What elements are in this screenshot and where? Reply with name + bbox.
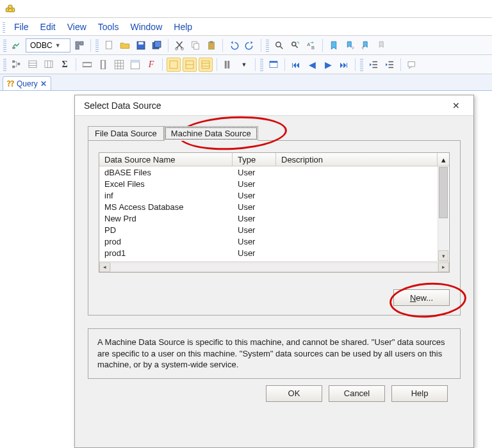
data-source-list[interactable]: Data Source Name Type Description ▴ dBAS… [99, 152, 450, 273]
menubar-grip [3, 21, 5, 33]
help-button[interactable]: Help [391, 385, 448, 402]
bookmark-toggle-icon[interactable] [327, 38, 341, 52]
cell-type: User [233, 191, 276, 200]
bookmark-clear-icon[interactable] [375, 38, 389, 52]
dialog-tabs: File Data Source Machine Data Source [88, 125, 461, 140]
list-header: Data Source Name Type Description ▴ [99, 153, 449, 166]
film-v-icon[interactable] [96, 58, 110, 72]
save-all-icon[interactable] [150, 38, 164, 52]
connect-icon[interactable] [10, 38, 24, 52]
find-next-icon[interactable] [288, 38, 302, 52]
cell-type: User [233, 248, 276, 258]
machine-data-source-panel: Data Source Name Type Description ▴ dBAS… [88, 140, 461, 316]
scroll-left-icon[interactable]: ◂ [99, 262, 110, 272]
table-row[interactable]: infUser [99, 189, 449, 201]
cell-type: User [233, 214, 276, 223]
svg-rect-8 [106, 41, 112, 49]
datasource-combo-value: ODBC [30, 41, 53, 50]
nav-prev-icon[interactable]: ◀ [305, 58, 319, 72]
indent-icon[interactable] [382, 58, 397, 72]
view-mode-3-icon[interactable] [199, 58, 213, 72]
svg-rect-24 [12, 65, 15, 68]
tab-file-data-source[interactable]: File Data Source [88, 126, 164, 141]
columns-icon[interactable] [221, 58, 235, 72]
copy-icon[interactable] [188, 38, 202, 52]
toolbar-grip [266, 39, 269, 52]
description-box: A Machine Data Source is specific to thi… [88, 328, 461, 379]
tab-machine-data-source[interactable]: Machine Data Source [164, 126, 258, 141]
menubar: File Edit View Tools Window Help [0, 18, 492, 36]
cell-type: User [233, 168, 276, 177]
bookmark-prev-icon[interactable] [359, 38, 373, 52]
find-icon[interactable] [272, 38, 286, 52]
table-row[interactable]: PDUser [99, 224, 449, 236]
svg-rect-61 [408, 61, 415, 67]
function-icon[interactable]: F [144, 58, 158, 72]
nav-next-icon[interactable]: ▶ [321, 58, 335, 72]
scroll-right-icon[interactable]: ▸ [438, 262, 449, 272]
grid-icon[interactable] [112, 58, 126, 72]
new-button[interactable]: New... [393, 289, 450, 306]
scroll-down-icon[interactable]: ▾ [438, 250, 448, 261]
cell-type: User [233, 225, 276, 235]
layout-icon[interactable] [128, 58, 142, 72]
table-row[interactable]: New PrdUser [99, 212, 449, 224]
dropdown-icon[interactable]: ▼ [237, 58, 251, 72]
menu-file[interactable]: File [9, 21, 34, 33]
view-mode-2-icon[interactable] [183, 58, 197, 72]
nav-first-icon[interactable]: ⏮ [289, 58, 303, 72]
tab-query[interactable]: ⁇ Query ✕ [3, 76, 51, 90]
open-folder-icon[interactable] [118, 38, 132, 52]
menu-help[interactable]: Help [168, 21, 197, 33]
nav-last-icon[interactable]: ⏭ [337, 58, 351, 72]
table-row[interactable]: Excel FilesUser [99, 178, 449, 189]
new-file-icon[interactable] [102, 38, 116, 52]
bookmark-next-icon[interactable] [343, 38, 357, 52]
horizontal-scrollbar[interactable]: ◂ ▸ [99, 261, 449, 272]
catalog-icon[interactable] [72, 38, 86, 52]
replace-icon[interactable]: AB [304, 38, 318, 52]
fields-icon[interactable] [42, 58, 56, 72]
toolbar-row-1: ODBC ▼ AB [0, 36, 492, 55]
menu-tools[interactable]: Tools [93, 21, 124, 33]
outdent-icon[interactable] [366, 58, 381, 72]
film-h-icon[interactable] [80, 58, 94, 72]
vertical-scrollbar[interactable]: ▾ [438, 166, 448, 261]
window-icon[interactable] [266, 58, 281, 72]
menu-view[interactable]: View [62, 21, 92, 33]
toolbar-grip [3, 39, 6, 52]
app-logo-icon [3, 1, 18, 17]
scrollbar-thumb[interactable] [439, 167, 448, 218]
menu-window[interactable]: Window [125, 21, 167, 33]
query-icon: ⁇ [7, 79, 14, 88]
view-mode-1-icon[interactable] [167, 58, 181, 72]
datasource-combo[interactable]: ODBC ▼ [26, 38, 70, 52]
close-icon[interactable]: ✕ [445, 98, 467, 113]
form-icon[interactable] [26, 58, 40, 72]
ok-button[interactable]: OK [266, 385, 322, 402]
save-icon[interactable] [134, 38, 148, 52]
table-row[interactable]: MS Access DatabaseUser [99, 201, 449, 212]
table-row[interactable]: prodUser [99, 236, 449, 247]
scroll-up-icon[interactable]: ▴ [438, 153, 449, 166]
svg-rect-52 [227, 61, 229, 68]
cut-icon[interactable] [172, 38, 186, 52]
col-header-type[interactable]: Type [233, 153, 276, 166]
redo-icon[interactable] [243, 38, 257, 52]
svg-rect-45 [170, 61, 177, 68]
cancel-button[interactable]: Cancel [329, 385, 385, 402]
svg-point-19 [276, 42, 281, 47]
cell-name: prod [99, 237, 233, 246]
undo-icon[interactable] [227, 38, 241, 52]
col-header-name[interactable]: Data Source Name [99, 153, 233, 166]
table-row[interactable]: prod1User [99, 247, 449, 259]
table-row[interactable]: dBASE FilesUser [99, 166, 449, 178]
svg-rect-33 [83, 62, 92, 63]
tree-icon[interactable] [10, 58, 24, 72]
sigma-icon[interactable]: Σ [58, 58, 72, 72]
menu-edit[interactable]: Edit [35, 21, 61, 33]
close-icon[interactable]: ✕ [40, 79, 47, 88]
col-header-desc[interactable]: Description [276, 153, 438, 166]
paste-icon[interactable] [204, 38, 218, 52]
comment-icon[interactable] [405, 58, 419, 72]
